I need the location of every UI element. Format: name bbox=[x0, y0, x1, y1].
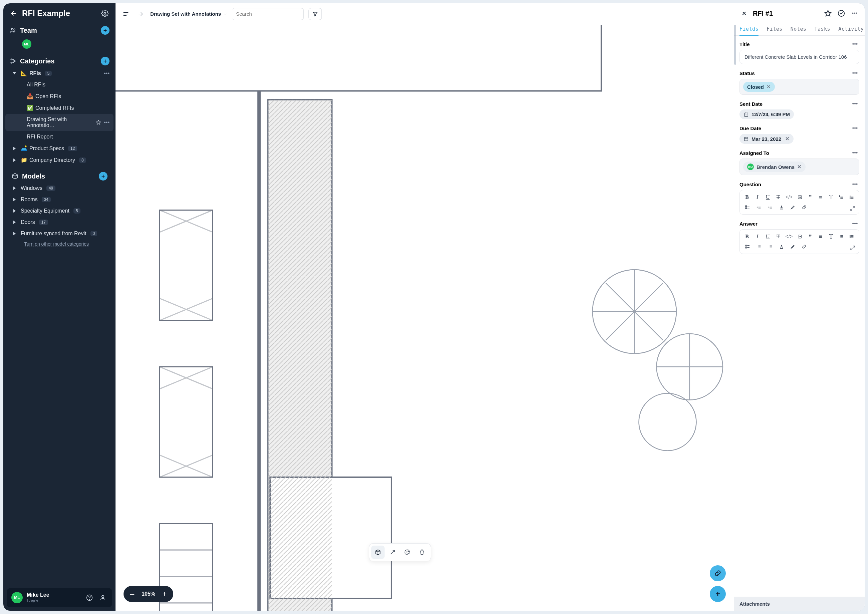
trash-icon[interactable] bbox=[415, 546, 429, 559]
check-circle-icon[interactable] bbox=[837, 9, 846, 18]
bullet-list-icon[interactable] bbox=[849, 233, 855, 240]
clear-status-icon[interactable]: ✕ bbox=[767, 84, 771, 90]
italic-icon[interactable]: I bbox=[754, 194, 761, 201]
bold-icon[interactable]: B bbox=[744, 194, 750, 201]
model-item-specialty[interactable]: Specialty Equipment 5 bbox=[5, 205, 113, 217]
outdent-icon[interactable] bbox=[755, 243, 762, 250]
turn-on-model-categories-link[interactable]: Turn on other model categories bbox=[5, 239, 113, 250]
person-icon[interactable] bbox=[98, 593, 107, 602]
subcategory-all-rfis[interactable]: All RFIs bbox=[5, 79, 113, 90]
checklist-icon[interactable] bbox=[744, 203, 751, 211]
assigned-to-field[interactable]: BO Brendan Owens ✕ bbox=[739, 158, 859, 175]
expand-icon[interactable] bbox=[849, 245, 856, 251]
question-editor[interactable]: B I U T </> ❞ T 1 bbox=[739, 190, 859, 215]
back-button[interactable] bbox=[9, 9, 18, 18]
forward-arrow-icon[interactable] bbox=[135, 9, 146, 19]
more-icon[interactable]: ••• bbox=[104, 70, 110, 76]
due-date-pill[interactable]: Mar 23, 2022 ✕ bbox=[739, 134, 793, 144]
more-icon[interactable]: ••• bbox=[104, 119, 110, 126]
indent-icon[interactable] bbox=[767, 203, 774, 211]
status-field[interactable]: Closed ✕ bbox=[739, 79, 859, 95]
tab-notes[interactable]: Notes bbox=[790, 23, 807, 36]
view-title-dropdown[interactable]: Drawing Set with Annotations bbox=[150, 11, 227, 17]
checklist-icon[interactable] bbox=[744, 243, 751, 250]
underline-icon[interactable]: U bbox=[764, 233, 771, 240]
arrow-icon[interactable] bbox=[386, 546, 399, 559]
filter-button[interactable] bbox=[309, 8, 322, 20]
star-icon[interactable] bbox=[96, 120, 101, 125]
field-menu-icon[interactable]: ••• bbox=[851, 150, 859, 156]
tab-files[interactable]: Files bbox=[767, 23, 783, 36]
model-item-rooms[interactable]: Rooms 34 bbox=[5, 194, 113, 205]
paragraph-icon[interactable] bbox=[818, 233, 824, 240]
model-item-furniture-revit[interactable]: Furniture synced from Revit 0 bbox=[5, 228, 113, 239]
drawing-canvas[interactable]: – 105% + + bbox=[115, 25, 734, 611]
link-icon[interactable] bbox=[801, 203, 808, 211]
shape-cube-icon[interactable] bbox=[371, 546, 385, 559]
strikethrough-icon[interactable]: T bbox=[775, 233, 781, 240]
text-color-icon[interactable] bbox=[778, 243, 785, 250]
code-icon[interactable]: </> bbox=[785, 194, 793, 201]
model-item-windows[interactable]: Windows 49 bbox=[5, 183, 113, 194]
assignee-pill[interactable]: BO Brendan Owens ✕ bbox=[743, 161, 806, 172]
sent-date-pill[interactable]: 12/7/23, 6:39 PM bbox=[739, 109, 794, 119]
text-size-icon[interactable]: T bbox=[828, 233, 834, 240]
paragraph-icon[interactable] bbox=[818, 194, 824, 201]
subcategory-drawing-set[interactable]: Drawing Set with Annotatio… ••• bbox=[5, 114, 113, 131]
tab-fields[interactable]: Fields bbox=[739, 23, 758, 36]
user-avatar[interactable]: ML bbox=[11, 592, 23, 603]
link-icon[interactable] bbox=[801, 243, 808, 250]
bullet-list-icon[interactable] bbox=[849, 194, 855, 201]
outdent-icon[interactable] bbox=[755, 203, 762, 211]
ordered-list-icon[interactable]: 1 bbox=[838, 194, 845, 201]
field-menu-icon[interactable]: ••• bbox=[851, 220, 859, 226]
quote-icon[interactable]: ❞ bbox=[807, 233, 813, 240]
expand-icon[interactable] bbox=[849, 206, 856, 212]
category-item-product-specs[interactable]: 🛋️ Product Specs 12 bbox=[5, 143, 113, 154]
more-icon[interactable]: ••• bbox=[850, 9, 859, 18]
code-block-icon[interactable] bbox=[797, 233, 803, 240]
tab-activity[interactable]: Activity bbox=[838, 23, 864, 36]
indent-icon[interactable] bbox=[767, 243, 774, 250]
highlight-icon[interactable] bbox=[789, 203, 797, 211]
star-icon[interactable] bbox=[823, 9, 832, 18]
text-size-icon[interactable]: T bbox=[828, 194, 834, 201]
gear-icon[interactable] bbox=[100, 9, 110, 18]
palette-icon[interactable] bbox=[401, 546, 414, 559]
strikethrough-icon[interactable]: T bbox=[775, 194, 781, 201]
tab-tasks[interactable]: Tasks bbox=[815, 23, 831, 36]
team-avatar[interactable]: ML bbox=[22, 39, 31, 49]
bold-icon[interactable]: B bbox=[744, 233, 750, 240]
model-item-doors[interactable]: Doors 17 bbox=[5, 217, 113, 228]
field-menu-icon[interactable]: ••• bbox=[851, 101, 859, 107]
link-fab[interactable] bbox=[710, 565, 726, 581]
subcategory-rfi-report[interactable]: RFI Report bbox=[5, 131, 113, 143]
title-input[interactable]: Different Concrete Slab Levels in Corrid… bbox=[739, 50, 859, 64]
scroll-indicator[interactable] bbox=[734, 25, 736, 65]
add-category-button[interactable]: + bbox=[101, 57, 110, 65]
field-menu-icon[interactable]: ••• bbox=[851, 41, 859, 47]
ordered-list-icon[interactable] bbox=[838, 233, 845, 240]
field-menu-icon[interactable]: ••• bbox=[851, 125, 859, 131]
help-icon[interactable] bbox=[85, 593, 94, 602]
field-menu-icon[interactable]: ••• bbox=[851, 70, 859, 76]
subcategory-completed-rfis[interactable]: ✅ Completed RFIs bbox=[5, 102, 113, 114]
code-block-icon[interactable] bbox=[797, 194, 803, 201]
menu-icon[interactable] bbox=[121, 9, 131, 19]
category-item-company-directory[interactable]: 📁 Company Directory 8 bbox=[5, 154, 113, 166]
answer-editor[interactable]: B I U T </> ❞ T bbox=[739, 229, 859, 254]
highlight-icon[interactable] bbox=[789, 243, 797, 250]
text-color-icon[interactable] bbox=[778, 203, 785, 211]
add-model-button[interactable]: + bbox=[99, 172, 107, 180]
status-pill[interactable]: Closed ✕ bbox=[743, 82, 775, 92]
category-item-rfis[interactable]: 📐 RFIs 5 ••• bbox=[5, 67, 113, 79]
add-team-button[interactable]: + bbox=[101, 26, 110, 35]
close-icon[interactable] bbox=[739, 9, 749, 18]
clear-due-date-icon[interactable]: ✕ bbox=[785, 136, 790, 142]
underline-icon[interactable]: U bbox=[764, 194, 771, 201]
add-fab[interactable]: + bbox=[710, 586, 726, 602]
code-icon[interactable]: </> bbox=[785, 233, 793, 240]
zoom-in-button[interactable]: + bbox=[161, 590, 168, 598]
clear-assignee-icon[interactable]: ✕ bbox=[797, 164, 801, 170]
zoom-out-button[interactable]: – bbox=[129, 590, 135, 598]
